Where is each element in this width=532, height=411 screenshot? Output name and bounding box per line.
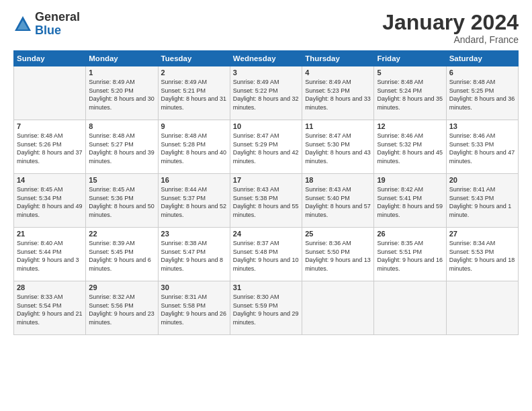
day-number: 25 [305,230,371,238]
header-thursday: Thursday [302,51,374,66]
day-number: 5 [377,68,443,77]
table-cell: 12Sunrise: 8:46 AMSunset: 5:32 PMDayligh… [374,120,446,174]
day-info: Sunrise: 8:39 AMSunset: 5:45 PMDaylight:… [89,239,154,273]
day-info: Sunrise: 8:45 AMSunset: 5:36 PMDaylight:… [89,185,154,219]
table-cell: 10Sunrise: 8:47 AMSunset: 5:29 PMDayligh… [230,120,302,174]
day-info: Sunrise: 8:33 AMSunset: 5:54 PMDaylight:… [17,293,83,326]
table-cell: 1Sunrise: 8:49 AMSunset: 5:20 PMDaylight… [86,66,158,120]
day-number: 1 [89,68,154,77]
table-cell: 20Sunrise: 8:41 AMSunset: 5:43 PMDayligh… [446,174,518,228]
day-info: Sunrise: 8:35 AMSunset: 5:51 PMDaylight:… [377,239,443,273]
logo-blue: Blue [35,24,80,38]
day-info: Sunrise: 8:38 AMSunset: 5:47 PMDaylight:… [161,239,227,273]
day-number: 30 [161,283,227,291]
table-cell [302,281,374,335]
table-row: 21Sunrise: 8:40 AMSunset: 5:44 PMDayligh… [14,228,519,281]
day-number: 16 [161,176,227,184]
table-cell: 23Sunrise: 8:38 AMSunset: 5:47 PMDayligh… [158,228,230,281]
table-cell: 24Sunrise: 8:37 AMSunset: 5:48 PMDayligh… [230,228,302,281]
logo: General Blue [13,11,80,38]
table-cell: 27Sunrise: 8:34 AMSunset: 5:53 PMDayligh… [446,228,518,281]
day-number: 21 [17,230,83,238]
day-info: Sunrise: 8:43 AMSunset: 5:38 PMDaylight:… [233,185,299,219]
day-number: 31 [233,283,299,291]
table-cell: 22Sunrise: 8:39 AMSunset: 5:45 PMDayligh… [86,228,158,281]
calendar-title: January 2024 [382,11,519,34]
day-number: 11 [305,122,371,130]
day-info: Sunrise: 8:34 AMSunset: 5:53 PMDaylight:… [449,239,515,273]
day-number: 28 [17,283,83,291]
table-cell: 2Sunrise: 8:49 AMSunset: 5:21 PMDaylight… [158,66,230,120]
day-info: Sunrise: 8:48 AMSunset: 5:28 PMDaylight:… [161,132,227,165]
header-row: Sunday Monday Tuesday Wednesday Thursday… [14,51,519,66]
calendar-body: 1Sunrise: 8:49 AMSunset: 5:20 PMDaylight… [14,66,519,335]
table-row: 1Sunrise: 8:49 AMSunset: 5:20 PMDaylight… [14,66,519,120]
day-number: 9 [161,122,227,130]
calendar-header: Sunday Monday Tuesday Wednesday Thursday… [14,51,519,66]
table-cell: 26Sunrise: 8:35 AMSunset: 5:51 PMDayligh… [374,228,446,281]
calendar-page: General Blue January 2024 Andard, France… [0,0,532,411]
table-cell [374,281,446,335]
header-wednesday: Wednesday [230,51,302,66]
day-number: 26 [377,230,443,238]
day-info: Sunrise: 8:45 AMSunset: 5:34 PMDaylight:… [17,185,83,219]
day-info: Sunrise: 8:48 AMSunset: 5:26 PMDaylight:… [17,132,83,165]
day-number: 13 [449,122,515,130]
header-sunday: Sunday [14,51,86,66]
table-cell: 17Sunrise: 8:43 AMSunset: 5:38 PMDayligh… [230,174,302,228]
day-info: Sunrise: 8:48 AMSunset: 5:27 PMDaylight:… [89,132,154,165]
day-info: Sunrise: 8:32 AMSunset: 5:56 PMDaylight:… [89,293,154,326]
day-number: 18 [305,176,371,184]
day-info: Sunrise: 8:42 AMSunset: 5:41 PMDaylight:… [377,185,443,219]
table-cell: 6Sunrise: 8:48 AMSunset: 5:25 PMDaylight… [446,66,518,120]
day-number: 14 [17,176,83,184]
day-info: Sunrise: 8:44 AMSunset: 5:37 PMDaylight:… [161,185,227,219]
table-row: 28Sunrise: 8:33 AMSunset: 5:54 PMDayligh… [14,281,519,335]
day-info: Sunrise: 8:49 AMSunset: 5:21 PMDaylight:… [161,78,227,111]
day-number: 23 [161,230,227,238]
table-cell: 28Sunrise: 8:33 AMSunset: 5:54 PMDayligh… [14,281,86,335]
table-cell: 21Sunrise: 8:40 AMSunset: 5:44 PMDayligh… [14,228,86,281]
calendar-table: Sunday Monday Tuesday Wednesday Thursday… [13,50,519,335]
table-cell: 11Sunrise: 8:47 AMSunset: 5:30 PMDayligh… [302,120,374,174]
day-number: 2 [161,68,227,77]
day-info: Sunrise: 8:46 AMSunset: 5:33 PMDaylight:… [449,132,515,165]
table-cell: 29Sunrise: 8:32 AMSunset: 5:56 PMDayligh… [86,281,158,335]
logo-general: General [35,11,80,24]
day-info: Sunrise: 8:31 AMSunset: 5:58 PMDaylight:… [161,293,227,326]
day-number: 6 [449,68,515,77]
table-cell: 25Sunrise: 8:36 AMSunset: 5:50 PMDayligh… [302,228,374,281]
day-number: 3 [233,68,299,77]
day-info: Sunrise: 8:46 AMSunset: 5:32 PMDaylight:… [377,132,443,165]
day-number: 4 [305,68,371,77]
table-cell: 4Sunrise: 8:49 AMSunset: 5:23 PMDaylight… [302,66,374,120]
title-block: January 2024 Andard, France [382,11,519,45]
table-cell: 14Sunrise: 8:45 AMSunset: 5:34 PMDayligh… [14,174,86,228]
day-info: Sunrise: 8:30 AMSunset: 5:59 PMDaylight:… [233,293,299,326]
day-info: Sunrise: 8:49 AMSunset: 5:22 PMDaylight:… [233,78,299,111]
day-number: 19 [377,176,443,184]
table-cell: 30Sunrise: 8:31 AMSunset: 5:58 PMDayligh… [158,281,230,335]
day-info: Sunrise: 8:37 AMSunset: 5:48 PMDaylight:… [233,239,299,273]
logo-text: General Blue [35,11,80,38]
day-info: Sunrise: 8:48 AMSunset: 5:25 PMDaylight:… [449,78,515,111]
table-cell: 15Sunrise: 8:45 AMSunset: 5:36 PMDayligh… [86,174,158,228]
day-info: Sunrise: 8:40 AMSunset: 5:44 PMDaylight:… [17,239,83,273]
table-cell: 3Sunrise: 8:49 AMSunset: 5:22 PMDaylight… [230,66,302,120]
day-number: 15 [89,176,154,184]
header-monday: Monday [86,51,158,66]
table-cell: 18Sunrise: 8:43 AMSunset: 5:40 PMDayligh… [302,174,374,228]
table-cell: 13Sunrise: 8:46 AMSunset: 5:33 PMDayligh… [446,120,518,174]
calendar-subtitle: Andard, France [382,34,519,45]
day-number: 22 [89,230,154,238]
day-number: 12 [377,122,443,130]
day-info: Sunrise: 8:47 AMSunset: 5:30 PMDaylight:… [305,132,371,165]
header: General Blue January 2024 Andard, France [13,11,519,45]
table-row: 7Sunrise: 8:48 AMSunset: 5:26 PMDaylight… [14,120,519,174]
table-cell [14,66,86,120]
table-cell: 8Sunrise: 8:48 AMSunset: 5:27 PMDaylight… [86,120,158,174]
table-cell: 5Sunrise: 8:48 AMSunset: 5:24 PMDaylight… [374,66,446,120]
header-tuesday: Tuesday [158,51,230,66]
day-number: 20 [449,176,515,184]
day-number: 8 [89,122,154,130]
